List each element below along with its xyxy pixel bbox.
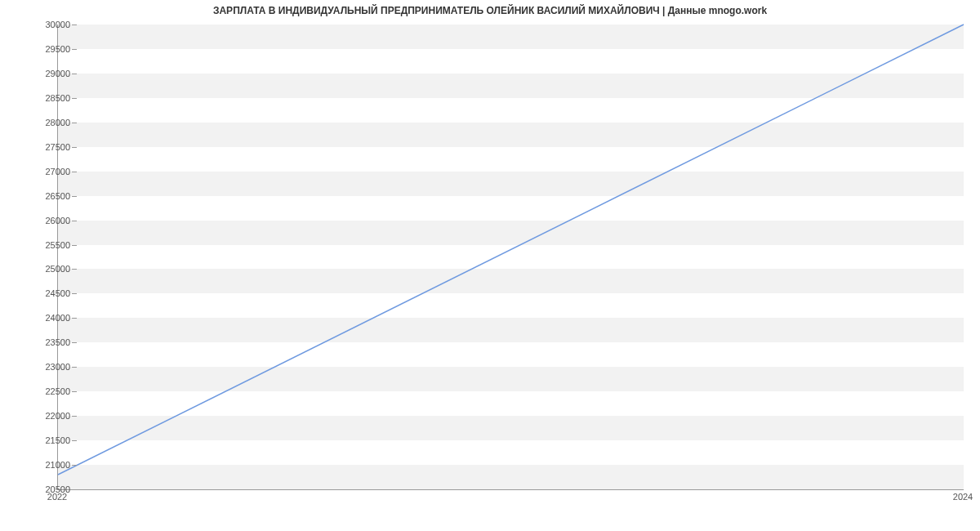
x-tick-label: 2022	[47, 492, 67, 502]
y-tick-label: 30000	[21, 20, 70, 29]
y-tick-label: 29500	[21, 44, 70, 54]
y-tick-label: 27500	[21, 142, 70, 152]
y-tick-label: 24500	[21, 288, 70, 298]
y-tick-label: 23000	[21, 362, 70, 372]
y-tick-label: 21500	[21, 435, 70, 445]
y-tick-label: 26000	[21, 216, 70, 225]
y-tick-label: 22000	[21, 411, 70, 421]
y-tick-label: 25500	[21, 240, 70, 250]
plot-area	[57, 25, 964, 490]
salary-line-chart: ЗАРПЛАТА В ИНДИВИДУАЛЬНЫЙ ПРЕДПРИНИМАТЕЛ…	[0, 0, 980, 531]
y-tick-label: 22500	[21, 386, 70, 396]
y-tick-label: 24000	[21, 313, 70, 323]
series-line	[58, 25, 964, 475]
line-layer	[58, 25, 964, 489]
y-tick-label: 26500	[21, 191, 70, 201]
y-tick-label: 29000	[21, 69, 70, 78]
y-tick-label: 27000	[21, 167, 70, 176]
y-tick-label: 25000	[21, 264, 70, 274]
chart-title: ЗАРПЛАТА В ИНДИВИДУАЛЬНЫЙ ПРЕДПРИНИМАТЕЛ…	[0, 5, 980, 16]
y-tick-label: 23500	[21, 337, 70, 347]
x-tick-label: 2024	[953, 492, 973, 502]
y-tick-label: 28500	[21, 93, 70, 103]
y-tick-label: 28000	[21, 118, 70, 127]
y-tick-label: 21000	[21, 460, 70, 470]
